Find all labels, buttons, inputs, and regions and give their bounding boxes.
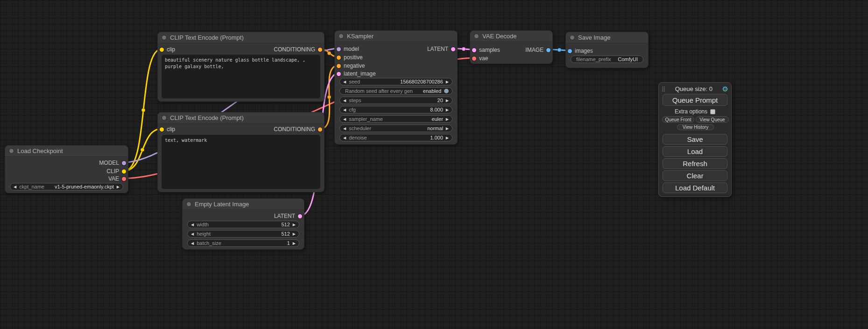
node-empty-latent-image[interactable]: Empty Latent Image LATENT ◀ width 512 ▶ … bbox=[182, 198, 304, 250]
latent-port-dot[interactable] bbox=[472, 48, 476, 52]
input-port-vae[interactable]: vae bbox=[472, 55, 488, 62]
output-port-image[interactable]: IMAGE bbox=[525, 47, 550, 53]
drag-handle-icon[interactable]: ⣿ bbox=[662, 86, 665, 92]
positive-prompt-textarea[interactable]: beautiful scenery nature glass bottle la… bbox=[162, 55, 320, 98]
input-port-negative[interactable]: negative bbox=[337, 63, 365, 69]
latent-port-dot[interactable] bbox=[298, 214, 302, 218]
clear-button[interactable]: Clear bbox=[663, 170, 727, 181]
collapse-dot-icon[interactable] bbox=[162, 116, 166, 120]
input-port-images[interactable]: images bbox=[568, 48, 593, 54]
collapse-dot-icon[interactable] bbox=[339, 34, 343, 38]
clip-port-dot[interactable] bbox=[160, 48, 164, 52]
sampler-name-widget[interactable]: ◀ sampler_name euler ▶ bbox=[339, 115, 452, 123]
image-port-dot[interactable] bbox=[568, 49, 572, 53]
arrow-left-icon[interactable]: ◀ bbox=[343, 108, 346, 112]
output-port-clip[interactable]: CLIP bbox=[106, 168, 126, 175]
image-port-dot[interactable] bbox=[546, 48, 550, 52]
output-port-model[interactable]: MODEL bbox=[99, 160, 126, 166]
floating-menu[interactable]: ⣿ Queue size: 0 ⚙ Queue Prompt Extra opt… bbox=[658, 82, 732, 197]
node-titlebar[interactable]: KSampler bbox=[335, 31, 457, 42]
settings-gear-icon[interactable]: ⚙ bbox=[722, 85, 728, 92]
input-port-latent-image[interactable]: latent_image bbox=[337, 70, 376, 77]
ckpt-name-widget[interactable]: ◀ ckpt_name v1-5-pruned-emaonly.ckpt ▶ bbox=[10, 183, 123, 190]
conditioning-port-dot[interactable] bbox=[337, 56, 341, 60]
output-port-vae[interactable]: VAE bbox=[108, 175, 126, 182]
queue-front-button[interactable]: Queue Front bbox=[662, 116, 694, 123]
vae-port-dot[interactable] bbox=[472, 56, 476, 61]
input-port-samples[interactable]: samples bbox=[472, 47, 500, 53]
arrow-left-icon[interactable]: ◀ bbox=[14, 185, 16, 189]
arrow-right-icon[interactable]: ▶ bbox=[446, 108, 449, 112]
conditioning-port-dot[interactable] bbox=[318, 48, 322, 52]
node-titlebar[interactable]: Load Checkpoint bbox=[5, 146, 128, 157]
arrow-right-icon[interactable]: ▶ bbox=[446, 80, 449, 84]
batch-size-widget[interactable]: ◀ batch_size 1 ▶ bbox=[187, 239, 299, 247]
node-load-checkpoint[interactable]: Load Checkpoint MODEL CLIP VAE ◀ ckpt_na… bbox=[5, 145, 128, 193]
collapse-dot-icon[interactable] bbox=[187, 202, 191, 206]
node-vae-decode[interactable]: VAE Decode samples vae IMAGE bbox=[470, 30, 553, 64]
arrow-right-icon[interactable]: ▶ bbox=[446, 136, 449, 140]
negative-prompt-textarea[interactable]: text, watermark bbox=[162, 135, 320, 189]
view-queue-button[interactable]: View Queue bbox=[696, 116, 729, 123]
arrow-left-icon[interactable]: ◀ bbox=[191, 223, 194, 227]
steps-widget[interactable]: ◀ steps 20 ▶ bbox=[339, 97, 452, 104]
toggle-knob[interactable] bbox=[444, 89, 449, 93]
output-port-conditioning[interactable]: CONDITIONING bbox=[274, 46, 322, 53]
latent-port-dot[interactable] bbox=[451, 47, 455, 51]
node-save-image[interactable]: Save Image images filename_prefix ComfyU… bbox=[565, 32, 649, 68]
load-default-button[interactable]: Load Default bbox=[663, 182, 727, 193]
node-graph-canvas[interactable]: Load Checkpoint MODEL CLIP VAE ◀ ckpt_na… bbox=[0, 0, 868, 329]
conditioning-port-dot[interactable] bbox=[318, 127, 322, 132]
node-ksampler[interactable]: KSampler model positive negative latent_… bbox=[334, 30, 458, 145]
queue-prompt-button[interactable]: Queue Prompt bbox=[663, 94, 727, 106]
node-titlebar[interactable]: Save Image bbox=[566, 32, 648, 43]
collapse-dot-icon[interactable] bbox=[9, 149, 14, 153]
clip-port-dot[interactable] bbox=[160, 127, 164, 132]
collapse-dot-icon[interactable] bbox=[474, 34, 479, 38]
height-widget[interactable]: ◀ height 512 ▶ bbox=[187, 230, 299, 238]
view-history-button[interactable]: View History bbox=[677, 124, 714, 130]
seed-widget[interactable]: ◀ seed 156680208700286 ▶ bbox=[339, 78, 452, 85]
node-titlebar[interactable]: CLIP Text Encode (Prompt) bbox=[158, 32, 324, 43]
arrow-left-icon[interactable]: ◀ bbox=[343, 136, 346, 140]
arrow-right-icon[interactable]: ▶ bbox=[446, 117, 449, 121]
filename-prefix-widget[interactable]: filename_prefix ComfyUI bbox=[571, 56, 643, 63]
arrow-right-icon[interactable]: ▶ bbox=[117, 185, 120, 189]
scheduler-widget[interactable]: ◀ scheduler normal ▶ bbox=[339, 125, 452, 132]
arrow-left-icon[interactable]: ◀ bbox=[343, 80, 346, 84]
arrow-left-icon[interactable]: ◀ bbox=[343, 117, 346, 121]
arrow-left-icon[interactable]: ◀ bbox=[343, 126, 346, 131]
refresh-button[interactable]: Refresh bbox=[663, 158, 727, 169]
vae-port-dot[interactable] bbox=[122, 177, 126, 181]
output-port-latent[interactable]: LATENT bbox=[274, 213, 302, 219]
arrow-right-icon[interactable]: ▶ bbox=[446, 98, 449, 103]
width-widget[interactable]: ◀ width 512 ▶ bbox=[187, 221, 299, 228]
extra-options-checkbox[interactable] bbox=[710, 109, 715, 114]
output-port-conditioning[interactable]: CONDITIONING bbox=[274, 126, 322, 133]
node-titlebar[interactable]: CLIP Text Encode (Prompt) bbox=[158, 112, 324, 124]
cfg-widget[interactable]: ◀ cfg 8.000 ▶ bbox=[339, 106, 452, 113]
input-port-clip[interactable]: clip bbox=[160, 126, 175, 133]
denoise-widget[interactable]: ◀ denoise 1.000 ▶ bbox=[339, 134, 452, 141]
model-port-dot[interactable] bbox=[122, 161, 126, 165]
load-button[interactable]: Load bbox=[663, 146, 727, 157]
node-titlebar[interactable]: VAE Decode bbox=[470, 31, 552, 42]
node-titlebar[interactable]: Empty Latent Image bbox=[183, 199, 304, 210]
input-port-positive[interactable]: positive bbox=[337, 54, 363, 61]
arrow-left-icon[interactable]: ◀ bbox=[191, 241, 194, 245]
arrow-left-icon[interactable]: ◀ bbox=[343, 98, 346, 103]
latent-port-dot[interactable] bbox=[337, 72, 341, 76]
node-clip-text-encode-positive[interactable]: CLIP Text Encode (Prompt) clip CONDITION… bbox=[157, 32, 325, 102]
input-port-model[interactable]: model bbox=[337, 46, 359, 52]
arrow-right-icon[interactable]: ▶ bbox=[293, 232, 296, 236]
collapse-dot-icon[interactable] bbox=[570, 35, 574, 40]
collapse-dot-icon[interactable] bbox=[162, 35, 166, 40]
arrow-left-icon[interactable]: ◀ bbox=[191, 232, 194, 236]
arrow-right-icon[interactable]: ▶ bbox=[293, 223, 296, 227]
save-button[interactable]: Save bbox=[663, 134, 727, 145]
clip-port-dot[interactable] bbox=[122, 169, 126, 174]
random-seed-toggle-widget[interactable]: Random seed after every gen enabled bbox=[339, 87, 452, 95]
input-port-clip[interactable]: clip bbox=[160, 46, 175, 53]
conditioning-port-dot[interactable] bbox=[337, 64, 341, 68]
arrow-right-icon[interactable]: ▶ bbox=[446, 126, 449, 131]
